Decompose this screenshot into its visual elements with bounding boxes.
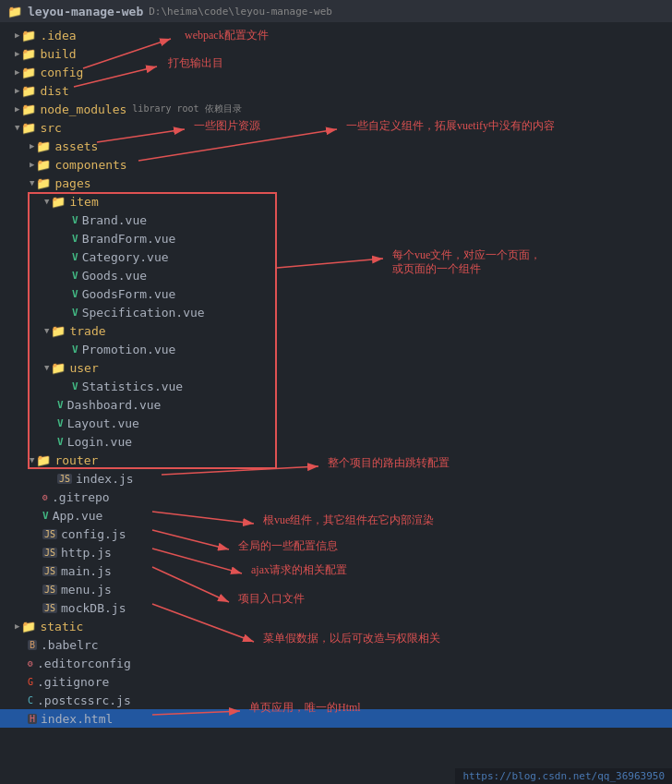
tree-item-promotion_vue[interactable]: VPromotion.vue <box>0 340 672 358</box>
tree-item-static[interactable]: ▶📁static <box>0 617 672 635</box>
folder-icon: 📁 <box>7 5 22 18</box>
tree-item-layout_vue[interactable]: VLayout.vue <box>0 414 672 432</box>
tree-item-trade[interactable]: ▼📁trade <box>0 321 672 340</box>
tree-item-router_index[interactable]: JSindex.js <box>0 469 672 488</box>
tree-item-editorconfig[interactable]: ⚙.editorconfig <box>0 654 672 672</box>
tree-item-menu_js[interactable]: JSmenu.js <box>0 580 672 598</box>
url-text: https://blog.csdn.net/qq_36963950 <box>462 770 665 782</box>
tree-item-dashboard_vue[interactable]: VDashboard.vue <box>0 395 672 414</box>
tree-item-pages[interactable]: ▼📁pages <box>0 174 672 192</box>
tree-item-http_js[interactable]: JShttp.js <box>0 543 672 561</box>
tree-item-statistics_vue[interactable]: VStatistics.vue <box>0 377 672 395</box>
tree-item-main_js[interactable]: JSmain.js <box>0 561 672 580</box>
tree-item-babelrc[interactable]: B.babelrc <box>0 635 672 654</box>
tree-item-app_vue[interactable]: VApp.vue <box>0 506 672 525</box>
tree-container: ▶📁.idea▶📁build▶📁config▶📁dist▶📁node_modul… <box>0 26 672 728</box>
tree-item-specification_vue[interactable]: VSpecification.vue <box>0 303 672 321</box>
tree-item-brand_vue[interactable]: VBrand.vue <box>0 211 672 229</box>
tree-item-user[interactable]: ▼📁user <box>0 358 672 377</box>
tree-item-dist[interactable]: ▶📁dist <box>0 81 672 100</box>
tree-item-components[interactable]: ▶📁components <box>0 155 672 174</box>
tree-item-goodsform_vue[interactable]: VGoodsForm.vue <box>0 284 672 303</box>
tree-item-index_html[interactable]: Hindex.html <box>0 709 672 728</box>
file-tree: ▶📁.idea▶📁build▶📁config▶📁dist▶📁node_modul… <box>0 22 672 731</box>
tree-item-assets[interactable]: ▶📁assets <box>0 137 672 155</box>
tree-item-src[interactable]: ▼📁src <box>0 118 672 137</box>
tree-item-config[interactable]: ▶📁config <box>0 63 672 81</box>
tree-item-gitignore[interactable]: G.gitignore <box>0 672 672 691</box>
tree-item-postcssrc[interactable]: C.postcssrc.js <box>0 691 672 709</box>
tree-item-build[interactable]: ▶📁build <box>0 44 672 63</box>
tree-item-item[interactable]: ▼📁item <box>0 192 672 211</box>
project-path: D:\heima\code\leyou-manage-web <box>149 6 332 18</box>
tree-item-idea[interactable]: ▶📁.idea <box>0 26 672 44</box>
project-name: leyou-manage-web <box>28 5 143 18</box>
tree-item-brandform_vue[interactable]: VBrandForm.vue <box>0 229 672 247</box>
project-header: 📁 leyou-manage-web D:\heima\code\leyou-m… <box>0 0 672 22</box>
bottom-url-bar: https://blog.csdn.net/qq_36963950 <box>455 768 672 784</box>
tree-item-gitrepo[interactable]: ⚙.gitrepo <box>0 488 672 506</box>
tree-item-config_js[interactable]: JSconfig.js <box>0 525 672 543</box>
main-container: 📁 leyou-manage-web D:\heima\code\leyou-m… <box>0 0 672 784</box>
tree-item-node_modules[interactable]: ▶📁node_moduleslibrary root 依赖目录 <box>0 100 672 118</box>
tree-item-login_vue[interactable]: VLogin.vue <box>0 432 672 451</box>
tree-item-category_vue[interactable]: VCategory.vue <box>0 247 672 266</box>
tree-item-goods_vue[interactable]: VGoods.vue <box>0 266 672 284</box>
tree-item-mockdb_js[interactable]: JSmockDB.js <box>0 598 672 617</box>
tree-item-router[interactable]: ▼📁router <box>0 451 672 469</box>
